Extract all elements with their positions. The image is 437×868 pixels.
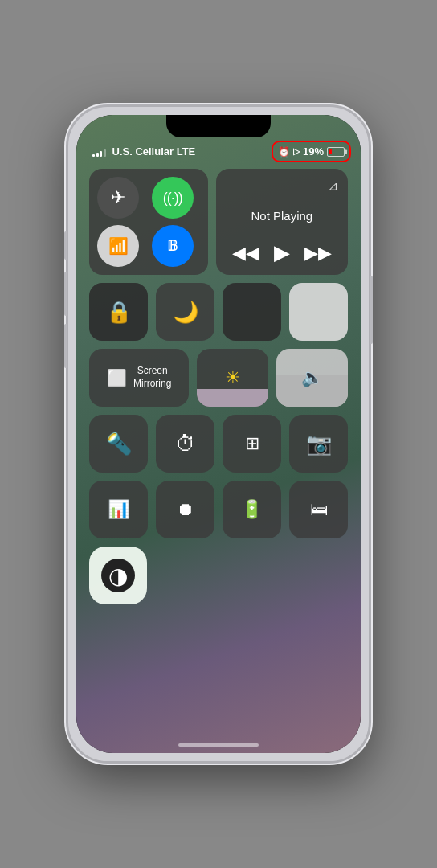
voice-memo-button[interactable]: 📊 [89,481,148,538]
carrier-label: U.S. Cellular LTE [112,145,196,158]
row-utilities-1: 🔦 ⏱ ⊞ 📷 [89,415,348,473]
power-button[interactable] [370,276,373,344]
calculator-icon: ⊞ [245,433,259,454]
volume-down-button[interactable] [64,324,67,368]
sleep-button[interactable]: 🛏 [289,481,348,538]
cellular-data-button[interactable]: ((·)) [152,177,194,219]
row-utilities-2: 📊 ⏺ 🔋 🛏 [89,481,348,538]
bluetooth-button[interactable]: 𝔹 [152,225,194,267]
control-center-content: ✈ ((·)) 📶 𝔹 [76,162,361,753]
moon-icon: 🌙 [173,300,198,325]
home-indicator[interactable] [178,743,259,747]
signal-bar-3 [100,151,102,157]
row-connectivity-media: ✈ ((·)) 📶 𝔹 [89,169,348,275]
volume-up-button[interactable] [64,272,67,316]
media-title: Not Playing [226,209,338,223]
media-controls: ◀◀ ▶ ▶▶ [226,240,338,265]
screen-mirror-icon: ⬜ [107,368,127,387]
flashlight-button[interactable]: 🔦 [89,415,148,473]
screen-mirroring-button[interactable]: ⬜ ScreenMirroring [89,349,189,407]
calculator-button[interactable]: ⊞ [223,415,281,473]
fastforward-button[interactable]: ▶▶ [304,243,332,264]
notch [166,115,271,137]
bed-icon: 🛏 [310,499,328,520]
battery-status-button[interactable]: 🔋 [223,481,281,538]
unknown-button-2[interactable] [289,283,348,341]
screen-record-button[interactable]: ⏺ [156,481,214,538]
signal-bar-2 [96,153,99,157]
media-top: ⊿ [226,178,338,194]
signal-bars [92,147,106,157]
battery-icon [327,147,345,157]
brightness-slider[interactable]: ☀ [197,349,268,407]
camera-button[interactable]: 📷 [289,415,348,473]
media-player-block[interactable]: ⊿ Not Playing ◀◀ ▶ ▶▶ [216,169,348,275]
airplay-icon[interactable]: ⊿ [328,178,338,194]
do-not-disturb-button[interactable]: 🌙 [156,283,214,341]
airplane-mode-button[interactable]: ✈ [97,177,139,219]
accessibility-icon: ◑ [101,559,135,592]
phone-frame: U.S. Cellular LTE ⏰ ▷ 19% [66,104,371,764]
volume-icon: 🔈 [301,367,323,388]
airplane-icon: ✈ [111,187,125,208]
screen-rotation-button[interactable]: 🔒 [89,283,148,341]
cellular-icon: ((·)) [163,190,182,207]
camera-icon: 📷 [306,432,332,457]
screen-record-icon: ⏺ [177,499,194,520]
timer-button[interactable]: ⏱ [156,415,214,473]
voice-memo-icon: 📊 [108,499,129,520]
status-left: U.S. Cellular LTE [92,145,195,158]
row-focus-controls: 🔒 🌙 [89,283,348,341]
wifi-icon: 📶 [108,236,129,256]
control-center-screen: U.S. Cellular LTE ⏰ ▷ 19% [76,115,361,753]
signal-bar-4 [104,149,106,157]
row-accessibility: ◑ [89,547,348,604]
volume-slider[interactable]: 🔈 [276,349,348,407]
unknown-button-1[interactable] [223,283,281,341]
battery-fill [329,149,332,154]
rewind-button[interactable]: ◀◀ [232,243,259,264]
status-right: ⏰ ▷ 19% [278,145,345,158]
rotation-lock-icon: 🔒 [106,300,132,325]
wifi-button[interactable]: 📶 [97,225,139,267]
play-button[interactable]: ▶ [274,240,290,265]
accessibility-shortcut-button[interactable]: ◑ [89,547,147,604]
screen-mirroring-label: ScreenMirroring [133,365,171,390]
flashlight-icon: 🔦 [106,432,132,457]
timer-icon: ⏱ [175,432,196,457]
row-mirroring-sliders: ⬜ ScreenMirroring ☀ 🔈 [89,349,348,407]
battery-widget-icon: 🔋 [241,499,263,520]
connectivity-block: ✈ ((·)) 📶 𝔹 [89,169,208,275]
brightness-fill [197,389,268,407]
mute-button[interactable] [64,231,67,260]
brightness-icon: ☀ [225,367,241,388]
phone-screen: U.S. Cellular LTE ⏰ ▷ 19% [76,115,361,753]
signal-bar-1 [92,154,95,157]
bluetooth-icon: 𝔹 [167,237,178,255]
